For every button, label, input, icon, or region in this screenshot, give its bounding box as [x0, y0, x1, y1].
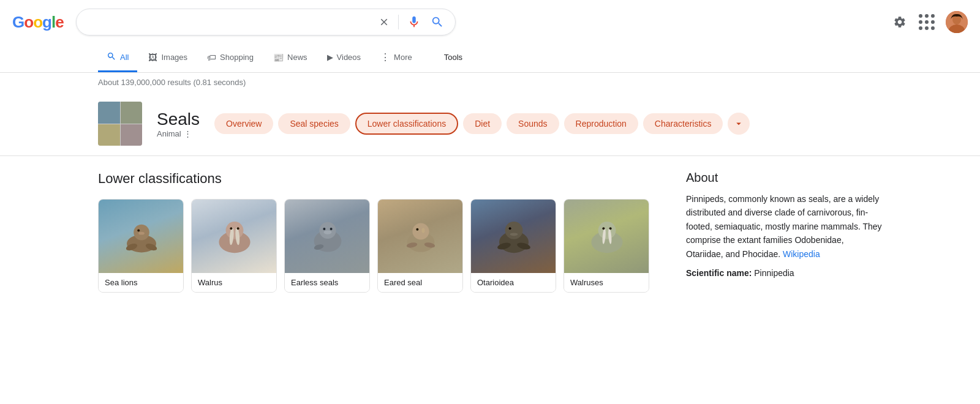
tab-news[interactable]: 📰 News	[265, 45, 316, 72]
tab-images[interactable]: 🖼 Images	[140, 45, 196, 72]
chip-lower-classifications[interactable]: Lower classifications	[355, 113, 458, 135]
svg-point-19	[324, 230, 332, 234]
earless-seals-image	[285, 200, 370, 273]
chip-reproduction[interactable]: Reproduction	[564, 113, 638, 134]
about-text: Pinnipeds, commonly known as seals, are …	[686, 192, 882, 261]
svg-point-8	[138, 232, 145, 235]
tab-images-label: Images	[161, 53, 187, 62]
sea-lions-image	[99, 200, 184, 273]
animal-name-otarioidea: Otarioidea	[471, 273, 556, 292]
walrus-image	[192, 200, 277, 273]
search-bar: different types of seals	[76, 9, 456, 36]
animal-card-eared-seal[interactable]: Eared seal	[377, 199, 463, 293]
chip-seal-species[interactable]: Seal species	[278, 113, 350, 134]
about-title: About	[686, 171, 882, 185]
wikipedia-link[interactable]: Wikipedia	[783, 249, 820, 259]
otarioidea-image	[471, 200, 556, 273]
clear-button[interactable]	[377, 15, 391, 29]
animal-card-earless-seals[interactable]: Earless seals	[284, 199, 370, 293]
header: Google different types of seals	[0, 0, 980, 44]
svg-point-29	[509, 227, 511, 230]
images-icon: 🖼	[148, 52, 157, 62]
entity-menu-dots[interactable]: ⋮	[184, 129, 192, 138]
section-title: Lower classifications	[98, 171, 649, 187]
tab-tools-label: Tools	[444, 53, 462, 62]
svg-point-37	[602, 227, 605, 230]
search-input[interactable]: different types of seals	[86, 17, 371, 28]
svg-point-16	[319, 222, 336, 239]
tab-shopping[interactable]: 🏷 Shopping	[198, 45, 262, 72]
search-button[interactable]	[429, 14, 445, 30]
news-icon: 📰	[273, 53, 284, 62]
grid-icon	[919, 14, 935, 30]
animal-name-walruses: Walruses	[564, 273, 649, 292]
svg-point-7	[137, 229, 140, 231]
svg-point-38	[609, 227, 612, 230]
chip-expand-button[interactable]	[728, 113, 750, 135]
more-icon: ⋮	[380, 51, 390, 63]
about-panel: About Pinnipeds, commonly known as seals…	[686, 171, 882, 293]
svg-point-10	[226, 222, 244, 239]
svg-point-13	[230, 227, 232, 230]
animal-card-walrus[interactable]: Walrus	[191, 199, 277, 293]
shopping-icon: 🏷	[207, 52, 216, 62]
tab-news-label: News	[287, 53, 307, 62]
scientific-name: Scientific name: Pinnipedia	[686, 268, 882, 278]
tab-shopping-label: Shopping	[220, 53, 254, 62]
animal-card-sea-lions[interactable]: Sea lions	[98, 199, 184, 293]
seals-thumbnail[interactable]	[98, 102, 142, 146]
entity-chips: Overview Seal species Lower classificati…	[214, 113, 882, 135]
entity-subtitle: Animal ⋮	[157, 129, 200, 138]
chip-overview[interactable]: Overview	[214, 113, 273, 134]
chip-sounds[interactable]: Sounds	[507, 113, 559, 134]
tab-more-label: More	[394, 53, 412, 62]
animal-name-sea-lions: Sea lions	[99, 273, 183, 292]
eared-seal-image	[378, 200, 463, 273]
animal-card-otarioidea[interactable]: Otarioidea	[470, 199, 556, 293]
tab-all[interactable]: All	[98, 44, 137, 72]
settings-button[interactable]	[892, 14, 908, 30]
animal-name-eared-seal: Eared seal	[378, 273, 462, 292]
svg-point-18	[330, 228, 333, 230]
lower-classifications-section: Lower classifications Sea lions	[98, 171, 649, 293]
results-count: About 139,000,000 results (0.81 seconds)	[0, 73, 980, 92]
animal-card-walruses[interactable]: Walruses	[564, 199, 649, 293]
animal-name-earless-seals: Earless seals	[285, 273, 369, 292]
tab-more[interactable]: ⋮ More	[372, 44, 421, 72]
entity-title-block: Seals Animal ⋮	[157, 109, 200, 139]
divider	[398, 15, 399, 29]
svg-point-34	[598, 222, 616, 239]
main-content: Lower classifications Sea lions	[0, 156, 980, 307]
svg-point-32	[510, 233, 518, 236]
animals-grid: Sea lions Walrus	[98, 199, 649, 293]
walruses-image	[564, 200, 649, 273]
tab-videos-label: Videos	[337, 53, 361, 62]
search-nav-icon	[107, 51, 116, 63]
videos-icon: ▶	[327, 53, 333, 62]
apps-button[interactable]	[918, 13, 936, 31]
svg-point-22	[412, 223, 429, 239]
svg-point-28	[505, 222, 523, 239]
animal-name-walrus: Walrus	[192, 273, 276, 292]
svg-point-23	[416, 228, 418, 231]
microphone-button[interactable]	[406, 14, 422, 30]
tab-videos[interactable]: ▶ Videos	[318, 45, 370, 71]
google-logo: Google	[12, 13, 64, 32]
avatar[interactable]	[946, 11, 968, 33]
svg-point-24	[422, 228, 425, 233]
nav-tabs: All 🖼 Images 🏷 Shopping 📰 News ▶ Videos …	[0, 44, 980, 73]
chip-diet[interactable]: Diet	[463, 113, 502, 134]
svg-point-17	[323, 228, 325, 230]
seals-entity-header: Seals Animal ⋮ Overview Seal species Low…	[0, 92, 980, 155]
svg-point-14	[237, 227, 239, 230]
entity-title: Seals	[157, 109, 200, 130]
tab-all-label: All	[120, 53, 129, 62]
chip-characteristics[interactable]: Characteristics	[643, 113, 723, 134]
header-right	[892, 11, 968, 33]
tab-tools[interactable]: Tools	[435, 45, 471, 71]
